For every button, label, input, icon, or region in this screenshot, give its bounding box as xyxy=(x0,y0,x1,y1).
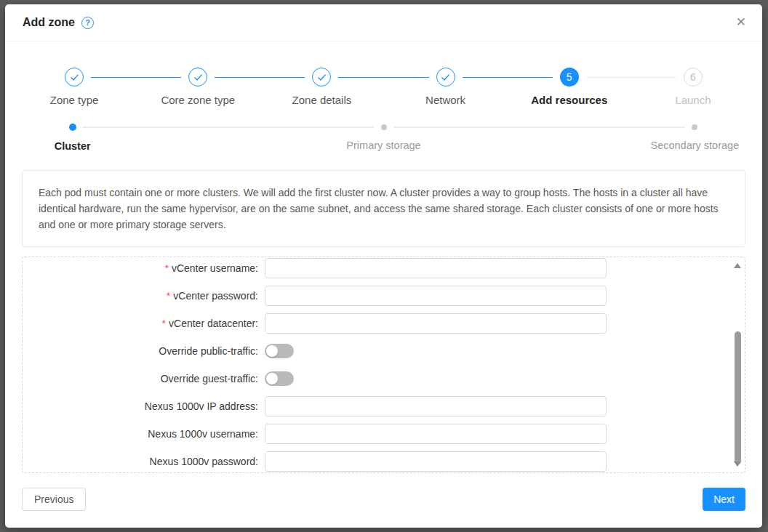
step-dot-icon xyxy=(69,124,76,131)
cluster-info-text: Each pod must contain one or more cluste… xyxy=(39,187,719,230)
sub-step-cluster: Cluster xyxy=(5,124,153,152)
nexus-ip-address-input[interactable] xyxy=(265,396,607,416)
vcenter-datacenter-input[interactable] xyxy=(265,313,607,334)
cluster-info-box: Each pod must contain one or more cluste… xyxy=(22,170,745,247)
vcenter-password-input[interactable] xyxy=(265,286,607,306)
add-zone-dialog: Add zone ? ✕ Zone type Core zone type Zo… xyxy=(5,4,762,528)
check-icon xyxy=(441,73,450,81)
step-core-zone-type: Core zone type xyxy=(136,68,260,106)
step-zone-type: Zone type xyxy=(12,68,136,106)
step-dot-icon xyxy=(692,124,697,130)
step-label: Add resources xyxy=(531,94,607,106)
field-label: Override public-traffic: xyxy=(23,345,258,357)
step-zone-details: Zone details xyxy=(260,68,383,106)
field-label: *vCenter datacenter: xyxy=(23,318,258,329)
check-icon xyxy=(193,73,203,81)
resource-sub-stepper: Cluster Primary storage Secondary storag… xyxy=(22,124,745,158)
form-row-vcenter-password: *vCenter password: xyxy=(23,286,745,306)
nexus-username-input[interactable] xyxy=(265,424,607,444)
nexus-password-input[interactable] xyxy=(265,451,607,472)
dialog-header: Add zone ? ✕ xyxy=(5,4,762,41)
step-number-circle: 5 xyxy=(560,68,579,86)
sub-step-secondary-storage: Secondary storage xyxy=(615,124,762,151)
scrollbar-thumb[interactable] xyxy=(735,331,741,464)
sub-step-label: Primary storage xyxy=(346,140,420,151)
step-check-circle xyxy=(436,68,455,86)
check-icon xyxy=(70,73,79,81)
check-icon xyxy=(317,73,327,81)
step-label: Zone details xyxy=(292,94,352,106)
step-number-circle: 6 xyxy=(684,68,703,86)
step-dot-icon xyxy=(381,124,387,130)
form-row-nexus-password: Nexus 1000v password: xyxy=(23,451,745,472)
scrollbar-up-icon[interactable] xyxy=(734,263,741,268)
required-marker: * xyxy=(167,290,170,302)
form-row-override-guest-traffic: Override guest-traffic: xyxy=(23,368,745,389)
vcenter-username-input[interactable] xyxy=(265,258,607,278)
override-guest-traffic-toggle[interactable] xyxy=(265,371,294,386)
dialog-footer: Previous Next xyxy=(22,488,745,511)
step-add-resources: 5 Add resources xyxy=(508,68,631,106)
scrollbar-down-icon[interactable] xyxy=(734,462,741,467)
sub-step-label: Secondary storage xyxy=(650,140,739,151)
next-button[interactable]: Next xyxy=(703,488,745,511)
step-check-circle xyxy=(188,68,207,86)
step-label: Launch xyxy=(675,94,711,106)
question-circle-icon[interactable]: ? xyxy=(81,17,94,29)
form-row-override-public-traffic: Override public-traffic: xyxy=(23,341,745,361)
field-label: Nexus 1000v username: xyxy=(23,428,258,440)
sub-step-primary-storage: Primary storage xyxy=(304,124,464,151)
field-label: Nexus 1000v IP address: xyxy=(23,400,258,412)
dialog-title: Add zone xyxy=(23,16,75,29)
field-label: *vCenter username: xyxy=(23,262,258,274)
step-network: Network xyxy=(384,68,508,106)
form-scrollbar[interactable] xyxy=(732,258,743,472)
step-check-circle xyxy=(65,68,84,86)
override-public-traffic-toggle[interactable] xyxy=(265,344,294,358)
field-label: Nexus 1000v password: xyxy=(23,456,258,467)
close-icon[interactable]: ✕ xyxy=(736,15,746,31)
step-label: Network xyxy=(425,94,465,106)
form-row-vcenter-datacenter: *vCenter datacenter: xyxy=(23,313,745,334)
sub-step-label: Cluster xyxy=(55,140,91,152)
previous-button[interactable]: Previous xyxy=(22,488,86,511)
required-marker: * xyxy=(162,318,166,329)
step-label: Zone type xyxy=(50,94,99,106)
field-label: Override guest-traffic: xyxy=(23,373,258,384)
form-row-nexus-ip: Nexus 1000v IP address: xyxy=(23,396,745,416)
field-label: *vCenter password: xyxy=(23,290,258,302)
form-row-vcenter-username: *vCenter username: xyxy=(23,258,745,278)
required-marker: * xyxy=(164,262,168,274)
cluster-form-panel: *vCenter username: *vCenter password: *v… xyxy=(22,257,745,473)
step-label: Core zone type xyxy=(161,94,235,106)
wizard-stepper: Zone type Core zone type Zone details Ne… xyxy=(5,41,762,106)
form-row-nexus-username: Nexus 1000v username: xyxy=(23,424,745,444)
step-launch: 6 Launch xyxy=(631,68,755,106)
step-check-circle xyxy=(312,68,331,86)
